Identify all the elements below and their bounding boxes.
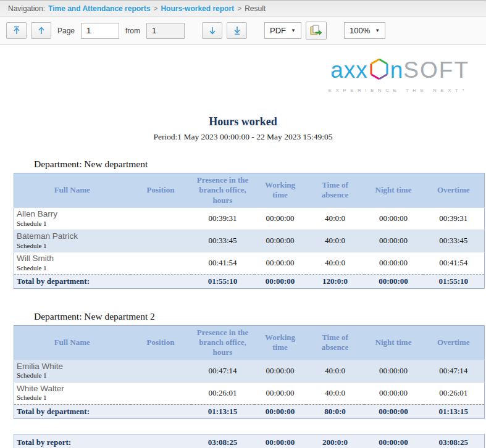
page-number-input[interactable] [81,23,119,39]
logo-hexagon-icon [369,57,390,83]
department-1-table: Full Name Position Presence in the branc… [14,173,485,289]
cell-presence: 00:47:14 [191,360,254,382]
breadcrumb-link-hours-worked[interactable]: Hours-worked report [161,4,234,13]
total-absence: 120:0:0 [306,274,364,288]
col-header-presence: Presence in the branch office, hours [191,173,254,208]
total-presence: 01:55:10 [191,274,254,288]
department-1-label: Department: New department [34,159,486,170]
cell-absence: 40:0:0 [306,360,364,382]
col-header-position: Position [130,325,191,360]
last-page-icon [233,26,241,35]
cell-position [130,207,191,230]
employee-name: White Walter [17,384,130,394]
employee-schedule: Schedule 1 [17,371,130,380]
chevron-down-icon: ▼ [375,28,380,33]
total-label: Total by department: [14,274,191,288]
table-row: Bateman Patrick Schedule 1 00:33:45 00:0… [14,230,485,252]
breadcrumb-link-tna-reports[interactable]: Time and Attendance reports [48,4,150,13]
last-page-button[interactable] [227,22,247,39]
cell-night: 00:00:00 [364,207,423,230]
total-overtime: 01:55:10 [423,274,485,288]
col-header-position: Position [130,173,191,208]
department-total-row: Total by department: 01:55:10 00:00:00 1… [14,274,485,288]
logo-tagline: EXPERIENCE THE NEXT* [329,88,468,93]
col-header-full-name: Full Name [14,173,130,208]
cell-night: 00:00:00 [364,230,423,252]
next-page-button[interactable] [202,22,222,39]
breadcrumb-current: Result [245,4,266,13]
table-row: White Walter Schedule 1 00:26:01 00:00:0… [14,382,485,404]
col-header-overtime: Overtime [423,173,485,208]
total-night: 00:00:00 [364,274,423,288]
cell-night: 00:00:00 [364,382,423,404]
cell-working: 00:00:00 [254,207,306,230]
employee-schedule: Schedule 1 [17,220,130,228]
report-total-overtime: 03:08:25 [423,434,485,448]
cell-position [130,382,191,404]
department-2-label: Department: New department 2 [34,311,486,322]
table-header-row: Full Name Position Presence in the branc… [14,325,485,360]
col-header-time-of-absence: Time of absence [306,173,364,208]
col-header-night-time: Night time [364,325,423,360]
cell-position [130,360,191,382]
cell-working: 00:00:00 [254,382,306,404]
export-button[interactable] [306,22,327,39]
logo-text-axx: axx [330,57,368,83]
first-page-icon [12,26,21,35]
col-header-presence: Presence in the branch office, hours [191,325,254,360]
report-total-absence: 200:0:0 [306,434,364,448]
cell-presence: 00:33:45 [191,230,254,252]
total-label: Total by department: [14,404,191,418]
employee-name: Will Smith [17,254,130,264]
cell-overtime: 00:41:54 [423,252,485,274]
cell-presence: 00:41:54 [191,252,254,274]
employee-name: Allen Barry [17,209,130,220]
prev-page-button[interactable] [31,22,51,39]
breadcrumb-separator: > [237,4,241,13]
employee-schedule: Schedule 1 [17,242,130,250]
axxonsoft-logo: axx n SOFT EXPERIENCE THE NEXT* [0,57,469,93]
logo-text-soft: SOFT [403,57,469,83]
total-working: 00:00:00 [254,404,306,418]
page-count-input[interactable] [146,23,185,39]
cell-position [130,252,191,274]
breadcrumb-separator: > [153,4,157,13]
cell-position [130,230,191,252]
cell-absence: 40:0:0 [306,252,364,274]
from-label: from [125,27,140,35]
zoom-select[interactable]: 100% ▼ [344,22,385,39]
cell-night: 00:00:00 [364,360,423,382]
employee-name: Bateman Patrick [17,231,130,242]
first-page-button[interactable] [6,22,27,39]
report-toolbar: Page from PDF ▼ [0,17,486,45]
report-total-table: Total by report: 03:08:25 00:00:00 200:0… [14,434,485,448]
export-format-select[interactable]: PDF ▼ [264,22,301,39]
cell-working: 00:00:00 [254,252,306,274]
col-header-working-time: Working time [254,173,306,208]
col-header-working-time: Working time [254,325,306,360]
total-night: 00:00:00 [364,404,423,418]
cell-working: 00:00:00 [254,230,306,252]
table-row: Will Smith Schedule 1 00:41:54 00:00:00 … [14,252,485,274]
report-total-working: 00:00:00 [254,434,306,448]
page-label: Page [57,27,75,35]
cell-absence: 40:0:0 [306,230,364,252]
cell-night: 00:00:00 [364,252,423,274]
col-header-full-name: Full Name [14,325,130,360]
cell-overtime: 00:33:45 [423,230,485,252]
table-row: Allen Barry Schedule 1 00:39:31 00:00:00… [14,207,485,230]
table-row: Emilia White Schedule 1 00:47:14 00:00:0… [14,360,485,382]
prev-page-icon [37,26,46,35]
report-period: Period:1 May 2023 00:00:00 - 22 May 2023… [0,132,486,142]
col-header-overtime: Overtime [423,325,485,360]
breadcrumb-label: Navigation: [8,4,45,13]
employee-name: Emilia White [17,362,130,372]
employee-schedule: Schedule 1 [17,264,130,272]
total-absence: 80:0:0 [306,404,364,418]
cell-presence: 00:39:31 [191,207,254,230]
cell-working: 00:00:00 [254,360,306,382]
cell-overtime: 00:47:14 [423,360,485,382]
report-title: Hours worked [0,115,486,128]
col-header-time-of-absence: Time of absence [306,325,364,360]
col-header-night-time: Night time [364,173,423,208]
